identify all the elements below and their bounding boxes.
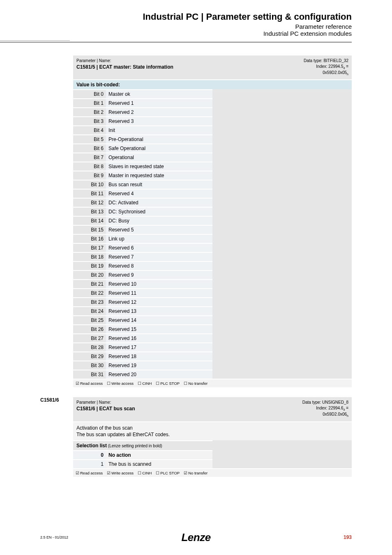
parameter-meta: Data type: UNSIGNED_8 Index: 22994.6d = …	[302, 400, 348, 418]
bit-description: Bus scan result	[106, 180, 212, 189]
access-plcstop: ☐PLC STOP	[156, 471, 180, 475]
bit-row: Bit 4Init	[73, 126, 212, 135]
access-notransfer: ☑No transfer	[184, 471, 208, 475]
bit-description: Init	[106, 126, 212, 135]
parameter-label: Parameter | Name:	[76, 58, 173, 64]
bit-description: Master in requested state	[106, 171, 212, 180]
bit-row: Bit 6Safe Operational	[73, 144, 212, 153]
bit-number: Bit 31	[73, 370, 106, 379]
bit-row: Bit 19Reserved 8	[73, 261, 212, 271]
access-write: ☑Write access	[107, 471, 134, 475]
access-notransfer: ☐No transfer	[184, 381, 208, 386]
bit-row: Bit 9Master in requested state	[73, 171, 212, 180]
bit-number: Bit 14	[73, 216, 106, 225]
bit-description: Reserved 1	[106, 99, 212, 108]
bit-number: Bit 22	[73, 289, 106, 298]
footer-page-number: 193	[344, 534, 352, 540]
access-read: ☑Read access	[76, 471, 103, 475]
bit-number: Bit 23	[73, 298, 106, 307]
bit-row: Bit 24Reserved 13	[73, 307, 212, 316]
bit-number: Bit 3	[73, 117, 106, 126]
bit-description: Reserved 3	[106, 117, 212, 126]
bit-row: Bit 5Pre-Operational	[73, 135, 212, 144]
access-plcstop: ☐PLC STOP	[156, 381, 180, 386]
bit-row: Bit 31Reserved 20	[73, 370, 212, 379]
bit-number: Bit 2	[73, 108, 106, 117]
bit-number: Bit 5	[73, 135, 106, 144]
bit-number: Bit 9	[73, 171, 106, 180]
bit-description: Reserved 10	[106, 280, 212, 289]
bit-number: Bit 18	[73, 252, 106, 261]
bit-number: Bit 11	[73, 189, 106, 198]
selection-text: No action	[106, 451, 212, 460]
bit-description: Reserved 20	[106, 370, 212, 379]
bit-row: Bit 13DC: Sychronised	[73, 207, 212, 216]
access-row: ☑Read access ☑Write access ☐CINH ☐PLC ST…	[73, 468, 352, 477]
bit-description: Master ok	[106, 90, 212, 99]
selection-value: 1	[73, 460, 106, 468]
bit-description: Reserved 11	[106, 289, 212, 298]
parameter-datatype: Data type: UNSIGNED_8	[302, 400, 348, 405]
bit-number: Bit 6	[73, 144, 106, 153]
bit-description: Reserved 4	[106, 189, 212, 198]
bit-description: DC: Activated	[106, 198, 212, 207]
bit-row: Bit 10Bus scan result	[73, 180, 212, 189]
bit-description: DC: Sychronised	[106, 207, 212, 216]
bit-description: Reserved 8	[106, 261, 212, 271]
selection-list-header: Selection list (Lenze setting printed in…	[73, 440, 212, 450]
bit-row: Bit 16Link up	[73, 234, 212, 243]
bit-row: Bit 2Reserved 2	[73, 108, 212, 117]
bit-row: Bit 27Reserved 16	[73, 334, 212, 343]
bit-description: Operational	[106, 153, 212, 162]
bit-number: Bit 19	[73, 261, 106, 271]
bit-number: Bit 27	[73, 334, 106, 343]
bit-row: Bit 30Reserved 19	[73, 361, 212, 370]
footer-logo: Lenze	[181, 531, 210, 544]
bit-row: Bit 28Reserved 17	[73, 343, 212, 352]
bitcoded-header: Value is bit-coded:	[73, 79, 352, 89]
page-footer: 2.5 EN - 01/2012 Lenze 193	[0, 534, 392, 540]
bit-description: Slaves in requested state	[106, 162, 212, 171]
bit-description: Reserved 19	[106, 361, 212, 370]
parameter-header: Parameter | Name: C1581/6 | ECAT bus sca…	[73, 397, 352, 421]
selection-text: The bus is scanned	[106, 460, 212, 468]
bit-description: Reserved 17	[106, 343, 212, 352]
page-subtitle-2: Industrial PC extension modules	[0, 30, 352, 37]
parameter-index: Index: 22994.6d =	[302, 405, 348, 412]
bit-number: Bit 25	[73, 316, 106, 325]
bit-description: Reserved 6	[106, 243, 212, 252]
parameter-box-c1581-6: Parameter | Name: C1581/6 | ECAT bus sca…	[73, 397, 352, 477]
footer-version: 2.5 EN - 01/2012	[40, 535, 68, 539]
bit-number: Bit 26	[73, 325, 106, 334]
parameter-hex: 0x59D2.0x06h	[302, 412, 348, 418]
bit-row: Bit 29Reserved 18	[73, 352, 212, 361]
bit-row: Bit 26Reserved 15	[73, 325, 212, 334]
bit-row: Bit 17Reserved 6	[73, 243, 212, 252]
access-read: ☑Read access	[76, 381, 103, 386]
section-id-c1581-6: C1581/6	[40, 397, 59, 403]
bit-number: Bit 16	[73, 234, 106, 243]
bit-number: Bit 17	[73, 243, 106, 252]
bit-number: Bit 13	[73, 207, 106, 216]
bit-description: Link up	[106, 234, 212, 243]
bit-description: Reserved 9	[106, 271, 212, 280]
access-cinh: ☐CINH	[138, 381, 152, 386]
bit-number: Bit 24	[73, 307, 106, 316]
access-row: ☑Read access ☐Write access ☐CINH ☐PLC ST…	[73, 379, 352, 387]
bit-row: Bit 3Reserved 3	[73, 117, 212, 126]
bit-row: Bit 11Reserved 4	[73, 189, 212, 198]
bit-description: Reserved 7	[106, 252, 212, 261]
parameter-datatype: Data type: BITFIELD_32	[304, 58, 348, 64]
parameter-box-c1581-5: Parameter | Name: C1581/5 | ECAT master:…	[73, 56, 352, 387]
page-subtitle-1: Parameter reference	[0, 23, 352, 30]
bit-row: Bit 14DC: Busy	[73, 216, 212, 225]
bit-number: Bit 8	[73, 162, 106, 171]
bit-description: Reserved 14	[106, 316, 212, 325]
bit-description: Reserved 2	[106, 108, 212, 117]
bit-row: Bit 7Operational	[73, 153, 212, 162]
page-title: Industrial PC | Parameter setting & conf…	[0, 12, 352, 22]
bit-row: Bit 0Master ok	[73, 90, 212, 99]
bit-row: Bit 21Reserved 10	[73, 280, 212, 289]
access-cinh: ☐CINH	[138, 471, 152, 475]
parameter-label: Parameter | Name:	[76, 400, 135, 405]
